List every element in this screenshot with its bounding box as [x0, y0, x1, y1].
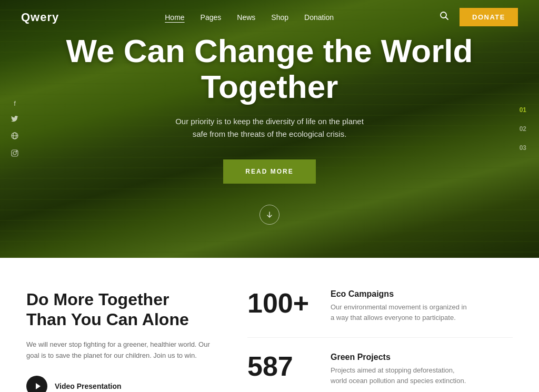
nav-item-news[interactable]: News — [237, 13, 255, 22]
nav-link-home[interactable]: Home — [165, 13, 184, 22]
content-right: 100+ Eco Campaigns Our environmental mov… — [247, 289, 513, 392]
svg-line-1 — [446, 17, 448, 20]
play-button[interactable] — [26, 376, 47, 392]
content-section: Do More Together Than You Can Alone We w… — [0, 258, 539, 392]
indicator-1[interactable]: 01 — [520, 106, 526, 114]
stat-desc-green: Projects aimed at stopping deforestation… — [331, 365, 467, 386]
navbar: Qwery Home Pages News Shop Donation — [0, 0, 539, 34]
nav-link-shop[interactable]: Shop — [271, 13, 288, 22]
search-icon[interactable] — [440, 11, 449, 23]
stat-row-green: 587 Green Projects Projects aimed at sto… — [247, 353, 513, 392]
hero-title: We Can Change the World Together — [53, 33, 486, 105]
hero-section: Qwery Home Pages News Shop Donation — [0, 0, 539, 258]
nav-item-donation[interactable]: Donation — [304, 13, 334, 22]
video-link[interactable]: Video Presentation — [26, 376, 216, 392]
content-left: Do More Together Than You Can Alone We w… — [26, 289, 216, 392]
nav-link-pages[interactable]: Pages — [201, 13, 222, 22]
nav-link-news[interactable]: News — [237, 13, 255, 22]
read-more-button[interactable]: READ MORE — [223, 159, 315, 184]
hero-subtitle: Our priority is to keep the diversity of… — [175, 115, 364, 140]
video-label: Video Presentation — [55, 382, 122, 390]
content-heading-line1: Do More Together — [26, 290, 169, 309]
indicator-2[interactable]: 02 — [520, 125, 526, 133]
nav-links: Home Pages News Shop Donation — [165, 13, 334, 22]
stat-desc-eco: Our environmental movement is organized … — [331, 302, 467, 323]
stat-info-eco: Eco Campaigns Our environmental movement… — [331, 289, 467, 323]
content-heading: Do More Together Than You Can Alone — [26, 289, 216, 330]
nav-link-donation[interactable]: Donation — [304, 13, 334, 22]
nav-item-shop[interactable]: Shop — [271, 13, 288, 22]
hero-subtitle-line1: Our priority is to keep the diversity of… — [175, 117, 364, 126]
donate-button[interactable]: DONATE — [460, 8, 518, 26]
hero-content: We Can Change the World Together Our pri… — [0, 0, 539, 258]
stat-info-green: Green Projects Projects aimed at stoppin… — [331, 353, 467, 386]
content-description: We will never stop fighting for a greene… — [26, 339, 216, 361]
stat-title-green: Green Projects — [331, 353, 467, 362]
nav-right: DONATE — [440, 8, 518, 26]
nav-item-home[interactable]: Home — [165, 13, 184, 22]
slide-indicators: 01 02 03 — [520, 106, 526, 152]
hero-subtitle-line2: safe from the threats of the ecological … — [193, 129, 347, 138]
brand-logo[interactable]: Qwery — [21, 11, 59, 24]
stat-number-eco: 100+ — [247, 289, 316, 317]
nav-item-pages[interactable]: Pages — [201, 13, 222, 22]
content-heading-line2: Than You Can Alone — [26, 310, 189, 329]
scroll-down-button[interactable] — [259, 205, 280, 225]
stat-row-eco: 100+ Eco Campaigns Our environmental mov… — [247, 289, 513, 338]
indicator-3[interactable]: 03 — [520, 144, 526, 152]
stat-title-eco: Eco Campaigns — [331, 289, 467, 299]
stat-number-green: 587 — [247, 353, 316, 380]
svg-marker-9 — [36, 383, 41, 389]
